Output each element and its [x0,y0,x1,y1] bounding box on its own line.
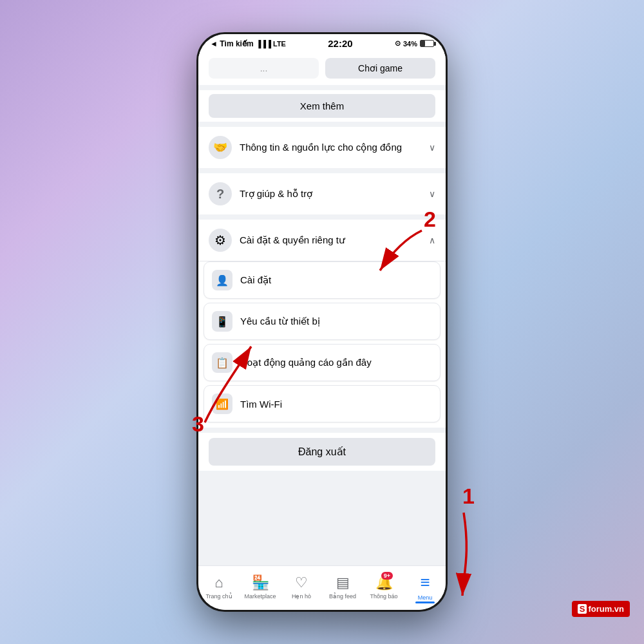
cai-dat-label: Cài đặt [240,274,271,286]
nav-active-indicator [415,601,435,603]
settings-chevron: ∧ [429,235,435,245]
community-icon: 🤝 [209,136,232,159]
nav-marketplace-label: Marketplace [244,593,276,600]
top-chips-section: ... Chơi game [198,52,446,85]
community-info-section: 🤝 Thông tin & nguồn lực cho cộng đồng ∨ [198,127,446,168]
notification-badge: 9+ [381,572,393,580]
dating-icon: ♡ [295,574,308,591]
sforum-text: forum.vn [588,604,624,614]
hoat-dong-label: Hoạt động quảng cáo gần đây [240,357,372,368]
settings-label: Cài đặt & quyền riêng tư [240,234,424,246]
hoat-dong-icon: 📋 [212,352,232,373]
settings-gear-icon: ⚙ [209,229,232,252]
chip-choi-game[interactable]: Chơi game [325,58,435,79]
main-content: ... Chơi game Xem thêm 🤝 Thông tin & ngu… [198,52,446,565]
nav-home-label: Trang chủ [205,593,232,600]
logout-button[interactable]: Đăng xuất [209,438,435,466]
nav-feed-label: Bảng feed [329,593,356,600]
nav-dating[interactable]: ♡ Hẹn hò [281,572,322,602]
status-battery: ⊙ 34% [395,39,434,48]
status-bar: ◄ Tìm kiếm ▐▐▐ LTE 22:20 ⊙ 34% [198,34,446,52]
community-chevron: ∨ [429,142,435,153]
sforum-badge: S forum.vn [572,601,630,617]
help-section: ? Trợ giúp & hỗ trợ ∨ [198,173,446,214]
help-chevron: ∨ [429,189,435,199]
nav-notifications-label: Thông báo [370,593,397,600]
cai-dat-item[interactable]: 👤 Cài đặt [204,261,440,299]
yeu-cau-label: Yêu cầu từ thiết bị [240,316,320,327]
nav-feed[interactable]: ▤ Bảng feed [322,572,363,602]
nav-marketplace[interactable]: 🏪 Marketplace [240,572,281,602]
settings-sub-items: 👤 Cài đặt 📱 Yêu cầu từ thiết bị 📋 Hoạt đ… [198,261,446,428]
yeu-cau-item[interactable]: 📱 Yêu cầu từ thiết bị [204,303,440,340]
xem-them-button[interactable]: Xem thêm [209,94,435,118]
help-icon: ? [209,182,232,205]
nav-notifications[interactable]: 🔔 9+ Thông báo [363,572,404,602]
help-label: Trợ giúp & hỗ trợ [240,188,424,200]
cai-dat-icon: 👤 [212,270,232,290]
community-info-label: Thông tin & nguồn lực cho cộng đồng [240,142,424,153]
status-carrier: ◄ Tìm kiếm ▐▐▐ LTE [210,39,286,48]
marketplace-icon: 🏪 [252,574,269,591]
wifi-icon: 📶 [212,393,232,414]
community-info-item[interactable]: 🤝 Thông tin & nguồn lực cho cộng đồng ∨ [198,127,446,168]
hoat-dong-item[interactable]: 📋 Hoạt động quảng cáo gần đây [204,344,440,381]
nav-dating-label: Hẹn hò [292,593,311,600]
sforum-s: S [578,604,587,614]
svg-text:1: 1 [462,484,475,508]
xem-them-section: Xem thêm [198,90,446,122]
bottom-navigation: ⌂ Trang chủ 🏪 Marketplace ♡ Hẹn hò ▤ Bản… [198,565,446,610]
nav-menu-label: Menu [418,594,433,601]
settings-section: ⚙ Cài đặt & quyền riêng tư ∧ 👤 Cài đặt 📱… [198,220,446,428]
status-time: 22:20 [328,38,352,49]
feed-icon: ▤ [336,574,350,591]
nav-menu[interactable]: ≡ Menu [404,570,446,603]
wifi-item[interactable]: 📶 Tìm Wi-Fi [204,385,440,422]
help-item[interactable]: ? Trợ giúp & hỗ trợ ∨ [198,173,446,214]
chip-placeholder: ... [209,58,319,79]
phone-frame: ◄ Tìm kiếm ▐▐▐ LTE 22:20 ⊙ 34% ... [196,32,448,612]
yeu-cau-icon: 📱 [212,311,232,332]
wifi-label: Tìm Wi-Fi [240,399,282,410]
nav-home[interactable]: ⌂ Trang chủ [198,572,240,602]
logout-section: Đăng xuất [198,433,446,471]
menu-icon: ≡ [420,573,430,592]
settings-header[interactable]: ⚙ Cài đặt & quyền riêng tư ∧ [198,220,446,261]
home-icon: ⌂ [214,574,223,591]
